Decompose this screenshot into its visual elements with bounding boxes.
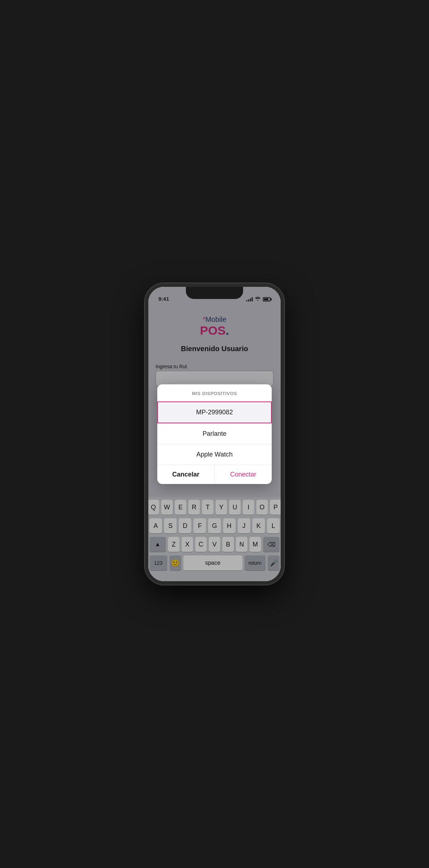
volume-down-button bbox=[145, 365, 146, 385]
connect-button[interactable]: Conectar bbox=[215, 465, 272, 484]
cancel-button[interactable]: Cancelar bbox=[157, 465, 215, 484]
device-item-parlante[interactable]: Parlante bbox=[157, 424, 272, 444]
notch bbox=[186, 287, 243, 299]
wifi-icon bbox=[255, 296, 261, 302]
signal-icon bbox=[246, 297, 253, 301]
devices-dialog: MIS DISPOSITIVOS MP-2999082 Parlante App… bbox=[157, 384, 272, 484]
battery-icon bbox=[263, 297, 271, 301]
status-icons bbox=[246, 296, 271, 302]
power-button bbox=[283, 330, 284, 351]
dialog-title: MIS DISPOSITIVOS bbox=[157, 384, 272, 401]
phone-frame: 9:41 *Mobile bbox=[145, 283, 284, 585]
status-time: 9:41 bbox=[158, 296, 169, 302]
device-item-apple-watch[interactable]: Apple Watch bbox=[157, 444, 272, 465]
volume-up-button bbox=[145, 340, 146, 360]
dialog-actions: Cancelar Conectar bbox=[157, 465, 272, 484]
device-item-mp[interactable]: MP-2999082 bbox=[157, 401, 272, 423]
silent-switch bbox=[145, 323, 146, 333]
dialog-overlay: MIS DISPOSITIVOS MP-2999082 Parlante App… bbox=[148, 287, 281, 581]
screen-content: *Mobile POS. Bienvenido Usuario Ingresa … bbox=[148, 287, 281, 581]
